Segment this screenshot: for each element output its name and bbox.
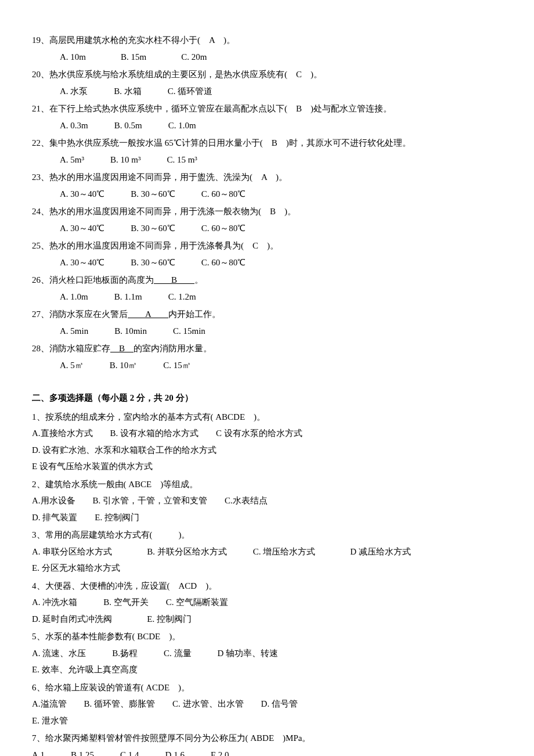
question-options: A. 30～40℃ B. 30～60℃ C. 60～80℃ xyxy=(32,224,246,233)
line: A.1 B.1.25 C.1.4 D.1.6 E.2.0 xyxy=(32,747,502,757)
line: 4、大便器、大便槽的冲洗，应设置( ACD )。 xyxy=(32,578,502,595)
question-text: 19、高层民用建筑水枪的充实水柱不得小于( A )。 xyxy=(32,32,502,49)
line: E. 分区无水箱给水方式 xyxy=(32,560,502,577)
question-24: 24、热水的用水温度因用途不同而异，用于洗涤一般衣物为( B )。 A. 30～… xyxy=(32,203,502,236)
line: D. 设有贮水池、水泵和水箱联合工作的给水方式 xyxy=(32,442,502,459)
question-text: 21、在下行上给式热水供应系统中，循环立管应在最高配水点以下( B )处与配水立… xyxy=(32,100,502,117)
question-text: 20、热水供应系统与给水系统组成的主要区别，是热水供应系统有( C )。 xyxy=(32,66,502,83)
question-options: A. 10m B. 15m C. 20m xyxy=(32,52,207,62)
question-text: 23、热水的用水温度因用途不同而异，用于盥洗、洗澡为( A )。 xyxy=(32,169,502,186)
question-text: 24、热水的用水温度因用途不同而异，用于洗涤一般衣物为( B )。 xyxy=(32,203,502,220)
line: A.直接给水方式 B. 设有水箱的给水方式 C 设有水泵的给水方式 xyxy=(32,425,502,442)
line: 6、给水箱上应装设的管道有( ACDE )。 xyxy=(32,679,502,696)
line: D. 延时自闭式冲洗阀 E. 控制阀门 xyxy=(32,611,502,628)
line: 5、水泵的基本性能参数有( BCDE )。 xyxy=(32,628,502,645)
multi-question-6: 6、给水箱上应装设的管道有( ACDE )。 A.溢流管 B. 循环管、膨胀管 … xyxy=(32,679,502,729)
line: 1、按系统的组成来分，室内给水的基本方式有( ABCDE )。 xyxy=(32,409,502,426)
question-text: 28、消防水箱应贮存 B 的室内消防用水量。 xyxy=(32,340,502,357)
question-options: A. 5min B. 10min C. 15min xyxy=(32,326,205,336)
question-options: A. 水泵 B. 水箱 C. 循环管道 xyxy=(32,87,212,96)
answer-blank: B xyxy=(110,344,134,353)
multi-question-3: 3、常用的高层建筑给水方式有( )。 A. 串联分区给水方式 B. 并联分区给水… xyxy=(32,527,502,577)
line: E. 泄水管 xyxy=(32,712,502,729)
question-23: 23、热水的用水温度因用途不同而异，用于盥洗、洗澡为( A )。 A. 30～4… xyxy=(32,169,502,202)
question-text: 26、消火栓口距地板面的高度为 B 。 xyxy=(32,272,502,289)
line: 2、建筑给水系统一般由( ABCE )等组成。 xyxy=(32,476,502,493)
line: D. 排气装置 E. 控制阀门 xyxy=(32,509,502,526)
question-text: 22、集中热水供应系统一般按水温 65℃计算的日用水量小于( B )时，其原水可… xyxy=(32,135,502,152)
question-26: 26、消火栓口距地板面的高度为 B 。 A. 1.0m B. 1.1m C. 1… xyxy=(32,272,502,305)
question-22: 22、集中热水供应系统一般按水温 65℃计算的日用水量小于( B )时，其原水可… xyxy=(32,135,502,168)
line: A.溢流管 B. 循环管、膨胀管 C. 进水管、出水管 D. 信号管 xyxy=(32,696,502,712)
multi-question-5: 5、水泵的基本性能参数有( BCDE )。 A. 流速、水压 B.扬程 C. 流… xyxy=(32,628,502,678)
question-options: A. 0.3m B. 0.5m C. 1.0m xyxy=(32,121,196,130)
question-options: A. 5㎥ B. 10㎥ C. 15㎥ xyxy=(32,361,191,370)
question-27: 27、消防水泵应在火警后 A 内开始工作。 A. 5min B. 10min C… xyxy=(32,306,502,339)
question-text: 25、热水的用水温度因用途不同而异，用于洗涤餐具为( C )。 xyxy=(32,237,502,254)
question-options: A. 30～40℃ B. 30～60℃ C. 60～80℃ xyxy=(32,258,246,267)
question-21: 21、在下行上给式热水供应系统中，循环立管应在最高配水点以下( B )处与配水立… xyxy=(32,100,502,134)
line: A. 冲洗水箱 B. 空气开关 C. 空气隔断装置 xyxy=(32,594,502,611)
line: A. 串联分区给水方式 B. 并联分区给水方式 C. 增压给水方式 D 减压给水… xyxy=(32,543,502,560)
multi-question-2: 2、建筑给水系统一般由( ABCE )等组成。 A.用水设备 B. 引水管，干管… xyxy=(32,476,502,526)
question-text: 27、消防水泵应在火警后 A 内开始工作。 xyxy=(32,306,502,323)
answer-blank: B xyxy=(154,275,194,285)
line: 3、常用的高层建筑给水方式有( )。 xyxy=(32,527,502,543)
line: 7、给水聚丙烯塑料管材管件按照壁厚不同分为公称压力( ABDE )MPa。 xyxy=(32,730,502,747)
answer-blank: A xyxy=(128,309,168,319)
line: A.用水设备 B. 引水管，干管，立管和支管 C.水表结点 xyxy=(32,492,502,509)
section-2-header: 二、多项选择题（每小题 2 分，共 20 分） xyxy=(32,390,502,406)
line: E. 效率、允许吸上真空高度 xyxy=(32,661,502,678)
question-28: 28、消防水箱应贮存 B 的室内消防用水量。 A. 5㎥ B. 10㎥ C. 1… xyxy=(32,340,502,373)
question-options: A. 30～40℃ B. 30～60℃ C. 60～80℃ xyxy=(32,189,246,199)
question-25: 25、热水的用水温度因用途不同而异，用于洗涤餐具为( C )。 A. 30～40… xyxy=(32,237,502,271)
multi-question-7: 7、给水聚丙烯塑料管材管件按照壁厚不同分为公称压力( ABDE )MPa。 A.… xyxy=(32,730,502,756)
question-20: 20、热水供应系统与给水系统组成的主要区别，是热水供应系统有( C )。 A. … xyxy=(32,66,502,99)
multi-question-1: 1、按系统的组成来分，室内给水的基本方式有( ABCDE )。 A.直接给水方式… xyxy=(32,409,502,475)
multi-question-4: 4、大便器、大便槽的冲洗，应设置( ACD )。 A. 冲洗水箱 B. 空气开关… xyxy=(32,578,502,628)
question-19: 19、高层民用建筑水枪的充实水柱不得小于( A )。 A. 10m B. 15m… xyxy=(32,32,502,65)
line: E 设有气压给水装置的供水方式 xyxy=(32,458,502,475)
line: A. 流速、水压 B.扬程 C. 流量 D 轴功率、转速 xyxy=(32,645,502,662)
question-options: A. 1.0m B. 1.1m C. 1.2m xyxy=(32,292,196,301)
question-options: A. 5m³ B. 10 m³ C. 15 m³ xyxy=(32,155,197,164)
